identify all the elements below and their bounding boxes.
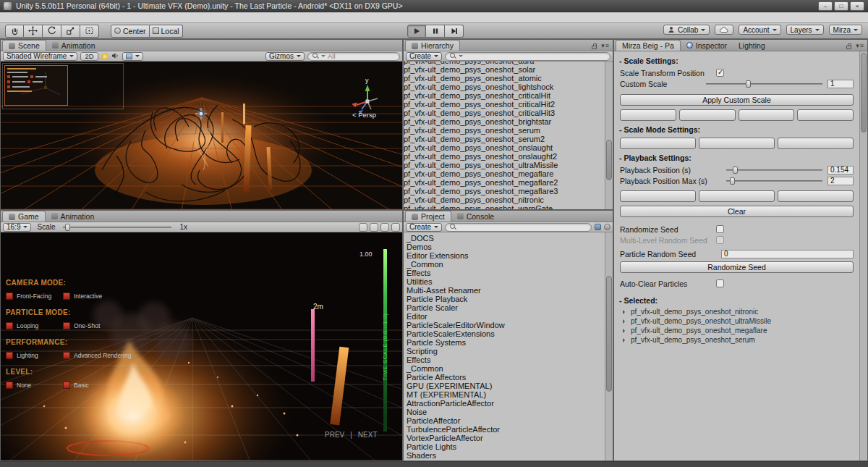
cloud-button[interactable] xyxy=(715,25,733,35)
playback-button[interactable] xyxy=(778,190,854,202)
game-scale-slider[interactable] xyxy=(63,223,171,232)
foldout-arrow-icon[interactable] xyxy=(623,338,627,342)
rect-tool-button[interactable] xyxy=(80,25,99,38)
pause-button[interactable] xyxy=(426,25,445,38)
titlebar[interactable]: Unity 5.5.0b11 Personal (64bit) - 1 - Ul… xyxy=(0,0,868,12)
tab-animation-bottom[interactable]: Animation xyxy=(46,211,101,222)
playback-button[interactable] xyxy=(699,190,775,202)
project-scrollbar[interactable] xyxy=(605,232,613,460)
2d-toggle[interactable]: 2D xyxy=(80,52,98,61)
project-tree-item[interactable]: ParticleScalerEditorWindow xyxy=(404,321,605,329)
project-tree-item[interactable]: Utilities xyxy=(404,277,605,286)
overlay-option[interactable]: Looping xyxy=(6,322,63,329)
game-toolbar-button[interactable] xyxy=(370,223,378,232)
hierarchy-item[interactable]: pf_vfx-ult_demo_psys_oneshot_solar xyxy=(404,65,605,74)
hierarchy-item[interactable]: pf_vfx-ult_demo_psys_oneshot_megaflare2 xyxy=(404,178,605,187)
selected-object-row[interactable]: pf_vfx-ult_demo_psys_oneshot_megaflare xyxy=(616,326,858,335)
aspect-ratio-dropdown[interactable]: 16:9 xyxy=(3,223,31,232)
overlay-option[interactable]: Advanced Rendering xyxy=(63,352,131,359)
persp-label[interactable]: < Persp xyxy=(352,111,376,119)
hierarchy-create-dropdown[interactable]: Create xyxy=(406,52,442,61)
foldout-arrow-icon[interactable] xyxy=(623,329,627,333)
hierarchy-item[interactable]: pf_vfx-ult_demo_psys_oneshot_serum xyxy=(404,126,605,135)
overlay-option[interactable]: Front-Facing xyxy=(6,293,63,300)
tab-hierarchy[interactable]: Hierarchy xyxy=(405,40,460,51)
layout-dropdown[interactable]: Mirza xyxy=(829,25,862,35)
panel-menu-icon[interactable]: ▾≡ xyxy=(856,43,864,49)
scale-tool-button[interactable] xyxy=(61,25,80,38)
apply-custom-scale-button[interactable]: Apply Custom Scale xyxy=(620,94,854,106)
account-dropdown[interactable]: Account xyxy=(739,25,780,35)
move-tool-button[interactable] xyxy=(24,25,43,38)
auto-clear-particles-checkbox[interactable] xyxy=(716,279,724,287)
selected-object-row[interactable]: pf_vfx-ult_demo_psys_oneshot_ultraMissil… xyxy=(616,316,858,326)
randomize-seed-checkbox[interactable] xyxy=(716,225,724,233)
overlay-option[interactable]: One-Shot xyxy=(63,322,120,329)
selected-object-row[interactable]: pf_vfx-ult_demo_psys_oneshot_serum xyxy=(616,335,858,345)
option-checkbox[interactable] xyxy=(63,352,70,359)
option-checkbox[interactable] xyxy=(6,382,13,389)
hierarchy-item[interactable]: pf_vfx-ult_demo_psys_oneshot_criticalHit xyxy=(404,91,605,100)
scene-lighting-toggle[interactable] xyxy=(101,53,109,60)
project-tree-item[interactable]: _Common xyxy=(404,260,605,269)
scale-mode-button[interactable] xyxy=(778,138,854,149)
selected-object-row[interactable]: pf_vfx-ult_demo_psys_oneshot_nitronic xyxy=(616,307,858,316)
tab-project[interactable]: Project xyxy=(405,211,451,222)
project-tree-item[interactable]: ParticleScalerExtensions xyxy=(404,329,605,338)
project-tree-item[interactable]: Particle Playback xyxy=(404,295,605,303)
project-tree-item[interactable]: Particle Scaler xyxy=(404,303,605,312)
hierarchy-scrollbar[interactable] xyxy=(605,62,613,209)
tab-inspector[interactable]: Inspector xyxy=(681,40,733,51)
play-button[interactable] xyxy=(407,25,426,38)
project-tree-item[interactable]: GPU (EXPERIMENTAL) xyxy=(404,382,605,390)
project-tree-item[interactable]: MT (EXPERIMENTAL) xyxy=(404,390,605,399)
panel-menu-icon[interactable]: ▾≡ xyxy=(601,43,610,49)
time-scale-slider[interactable] xyxy=(383,249,387,432)
scale-preset-button[interactable] xyxy=(620,109,676,121)
option-checkbox[interactable] xyxy=(6,322,13,329)
project-tree-item[interactable]: Effects xyxy=(404,355,605,364)
project-tree-item[interactable]: VortexParticleAffector xyxy=(404,434,605,442)
project-tree-item[interactable]: TurbulenceParticleAffector xyxy=(404,425,605,434)
scale-preset-button[interactable] xyxy=(679,109,736,121)
option-checkbox[interactable] xyxy=(6,293,13,300)
collab-dropdown[interactable]: Collab xyxy=(663,25,710,35)
game-toolbar-button[interactable] xyxy=(391,223,400,232)
foldout-arrow-icon[interactable] xyxy=(623,310,627,314)
layers-dropdown[interactable]: Layers xyxy=(786,25,824,35)
tab-mirza-beig[interactable]: Mirza Beig - Pa xyxy=(616,40,681,51)
playback-position-max-slider[interactable] xyxy=(726,177,822,185)
foldout-arrow-icon[interactable] xyxy=(623,319,627,324)
next-button[interactable]: NEXT xyxy=(358,431,378,439)
playback-position-field[interactable]: 0.154 xyxy=(827,166,854,174)
project-tree-item[interactable]: Editor Extensions xyxy=(404,251,605,260)
project-tree-item[interactable]: Editor xyxy=(404,312,605,321)
scene-gizmos-dropdown[interactable]: Gizmos xyxy=(265,52,305,61)
custom-scale-slider[interactable] xyxy=(706,80,822,88)
hierarchy-item[interactable]: pf_vfx-ult_demo_psys_oneshot_criticalHit… xyxy=(404,100,605,109)
search-by-type-icon[interactable] xyxy=(604,224,610,230)
project-tree-item[interactable]: Demos xyxy=(404,243,605,251)
minimize-button[interactable]: – xyxy=(818,1,833,11)
scrollbar-thumb[interactable] xyxy=(861,53,867,132)
project-tree-item[interactable]: Particle Systems xyxy=(404,338,605,347)
prev-button[interactable]: PREV xyxy=(325,431,344,439)
hierarchy-search[interactable] xyxy=(445,52,610,61)
project-tree-item[interactable]: Shaders xyxy=(404,451,605,460)
option-checkbox[interactable] xyxy=(63,293,70,300)
option-checkbox[interactable] xyxy=(63,382,70,389)
hierarchy-item[interactable]: pf_vfx-ult_demo_psys_oneshot_brightstar xyxy=(404,117,605,126)
tab-console[interactable]: Console xyxy=(451,211,501,222)
project-tree-item[interactable]: Effects xyxy=(404,269,605,277)
hierarchy-item[interactable]: pf_vfx-ult_demo_psys_oneshot_lightshock xyxy=(404,83,605,91)
hierarchy-item[interactable]: pf_vfx-ult_demo_psys_oneshot_atomic xyxy=(404,74,605,83)
scene-effects-dropdown[interactable] xyxy=(122,52,143,61)
scrollbar-thumb[interactable] xyxy=(606,140,612,180)
hierarchy-item[interactable]: pf_vfx-ult_demo_psys_oneshot_megaflare xyxy=(404,169,605,178)
scale-mode-button[interactable] xyxy=(620,138,696,149)
hierarchy-item[interactable]: pf_vfx-ult_demo_psys_oneshot_onslaught xyxy=(404,143,605,152)
option-checkbox[interactable] xyxy=(6,352,13,359)
hierarchy-item[interactable]: pf_vfx-ult_demo_psys_oneshot_megaflare3 xyxy=(404,187,605,195)
tab-animation-top[interactable]: Animation xyxy=(46,40,101,51)
randomize-seed-button[interactable]: Randomize Seed xyxy=(620,261,854,273)
